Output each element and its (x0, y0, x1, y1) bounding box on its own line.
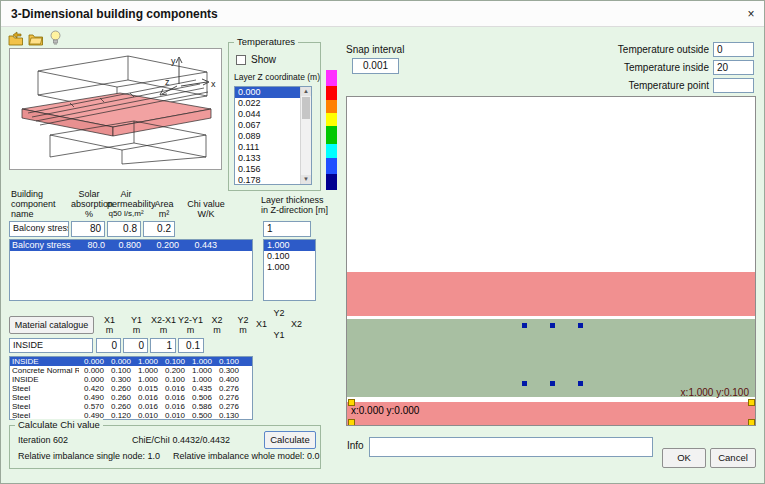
x1-input[interactable]: 0 (96, 338, 121, 353)
show-checkbox-label: Show (251, 54, 276, 65)
list-item[interactable]: 0.000 (235, 87, 300, 98)
list-item[interactable]: 0.100 (264, 251, 315, 262)
list-item[interactable]: 0.022 (235, 98, 300, 109)
header-x2x1: X2-X1m (150, 315, 177, 335)
table-row[interactable]: Steel0.4900.2600.0160.0160.5060.276 (10, 393, 252, 402)
temperature-point-input[interactable] (713, 78, 754, 93)
axis-z-label: z (165, 77, 170, 87)
steel-marker[interactable] (522, 323, 527, 328)
component-table-headers: Buildingcomponentname Solarabsorption% A… (9, 185, 261, 219)
title-bar: 3-Dimensional building components × (1, 1, 765, 27)
header-air-permeability: Airpermeabilityq50 l/s,m² (107, 189, 145, 219)
temperature-scale (326, 70, 337, 190)
scroll-up-icon[interactable]: ▲ (301, 87, 311, 96)
temperature-point-label: Temperature point (599, 80, 709, 91)
page-title: 3-Dimensional building components (11, 7, 218, 21)
imbalance-node-text: Relative imbalance single node: 1.0 (18, 451, 160, 461)
model-3d-preview[interactable]: y x z (9, 48, 222, 170)
chi-result-text: ChiE/ChiI 0.4432/0.4432 (132, 435, 230, 445)
table-row[interactable]: Balcony stress 1m 80.0 0.800 0.200 0.443 (10, 240, 252, 251)
steel-marker[interactable] (578, 323, 583, 328)
material-catalogue-button[interactable]: Material catalogue (9, 316, 94, 334)
component-name-input[interactable]: Balcony stress 1m (9, 221, 69, 237)
info-input[interactable] (369, 437, 653, 457)
materials-grid[interactable]: INSIDE0.0000.0001.0000.1001.0000.100 Con… (9, 356, 253, 420)
snap-interval-label: Snap interval (346, 44, 404, 55)
table-row[interactable]: INSIDE0.0000.3001.0000.1001.0000.400 (10, 375, 252, 384)
list-item[interactable]: 0.089 (235, 131, 300, 142)
table-row[interactable]: Steel0.4200.2600.0150.0160.4350.276 (10, 384, 252, 393)
header-solar-absorption: Solarabsorption% (71, 189, 107, 219)
list-item[interactable]: 0.156 (235, 164, 300, 175)
drawing-canvas[interactable]: x:1.000 y:0.100 x:0.000 y:0.000 (346, 96, 756, 426)
layer-list-scrollbar[interactable]: ▲ ▼ (300, 87, 311, 184)
coordinate-headers: X1m Y1m X2-X1m Y2-Y1m X2m Y2m (96, 307, 256, 335)
axis-x-label: x (211, 79, 216, 89)
temperature-outside-input[interactable]: 0 (713, 42, 754, 57)
area-input[interactable]: 0.2 (143, 221, 175, 237)
import-icon[interactable] (8, 31, 24, 46)
list-item[interactable]: 0.067 (235, 120, 300, 131)
header-y2: Y2m (230, 315, 256, 335)
temperature-outside-label: Temperature outside (599, 44, 709, 55)
list-item[interactable]: 0.111 (235, 142, 300, 153)
temperatures-group: Temperatures Show Layer Z coordinate (m)… (228, 42, 321, 191)
table-row[interactable]: Concrete Normal R...0.0000.1001.0000.200… (10, 366, 252, 375)
layer-thickness-label: Layer thicknessin Z-direction [m] (261, 195, 328, 215)
cancel-button[interactable]: Cancel (710, 448, 756, 468)
iteration-text: Iteration 602 (18, 435, 68, 445)
layer-z-listbox[interactable]: 0.000 0.022 0.044 0.067 0.089 0.111 0.13… (234, 86, 312, 185)
axis-y-label: y (171, 56, 176, 66)
header-chi-value: Chi valueW/K (183, 199, 229, 219)
layer-thickness-input[interactable]: 1 (263, 221, 311, 237)
ok-button[interactable]: OK (662, 448, 706, 468)
coordinate-label-origin: x:0.000 y:0.000 (351, 405, 419, 416)
scrollbar-thumb[interactable] (302, 97, 310, 119)
temperatures-group-label: Temperatures (234, 36, 298, 47)
axis-indicator: y x z (155, 50, 221, 96)
solar-absorption-input[interactable]: 80 (71, 221, 105, 237)
steel-marker[interactable] (550, 323, 555, 328)
temperature-inside-label: Temperature inside (599, 62, 709, 73)
temperature-inside-input[interactable]: 20 (713, 60, 754, 75)
steel-marker[interactable] (578, 381, 583, 386)
header-x1: X1m (96, 315, 123, 335)
imbalance-model-text: Relative imbalance whole model: 0.0 (173, 451, 320, 461)
list-item[interactable]: 0.178 (235, 175, 300, 185)
selection-handle[interactable] (748, 419, 755, 426)
selection-handle[interactable] (348, 419, 355, 426)
y1-input[interactable]: 0 (123, 338, 148, 353)
close-icon[interactable]: × (741, 5, 761, 23)
list-item[interactable]: 0.133 (235, 153, 300, 164)
coordinate-label-right: x:1.000 y:0.100 (681, 387, 749, 398)
material-name-input[interactable]: INSIDE (9, 338, 93, 353)
help-icon[interactable] (49, 30, 62, 46)
dy-input[interactable]: 0.1 (178, 338, 204, 353)
header-y1: Y1m (123, 315, 150, 335)
calculate-group: Calculate Chi value Iteration 602 ChiE/C… (9, 425, 321, 469)
list-item[interactable]: 1.000 (264, 240, 315, 251)
table-row[interactable]: Steel0.5700.2600.0160.0160.5860.276 (10, 402, 252, 411)
folder-icon[interactable] (28, 31, 44, 46)
layer-thickness-listbox[interactable]: 1.000 0.100 1.000 (263, 239, 316, 301)
header-x2: X2m (204, 315, 230, 335)
snap-interval-input[interactable]: 0.001 (352, 58, 399, 74)
dialog-window: 3-Dimensional building components × (0, 0, 765, 484)
table-row[interactable]: INSIDE0.0000.0001.0000.1001.0000.100 (10, 357, 252, 366)
dx-input[interactable]: 1 (150, 338, 176, 353)
info-label: Info (347, 440, 364, 451)
show-checkbox[interactable] (236, 55, 246, 65)
calculate-group-label: Calculate Chi value (15, 419, 103, 430)
component-grid[interactable]: Balcony stress 1m 80.0 0.800 0.200 0.443 (9, 239, 253, 301)
scroll-down-icon[interactable]: ▼ (301, 175, 311, 184)
layer-z-label: Layer Z coordinate (m) (234, 72, 320, 82)
selection-handle[interactable] (748, 399, 755, 406)
calculate-button[interactable]: Calculate (264, 431, 316, 449)
coordinate-legend: Y2 X1X2 Y1 (256, 308, 302, 341)
steel-marker[interactable] (550, 381, 555, 386)
list-item[interactable]: 0.044 (235, 109, 300, 120)
air-permeability-input[interactable]: 0.8 (107, 221, 141, 237)
header-building-component-name: Buildingcomponentname (9, 189, 71, 219)
steel-marker[interactable] (522, 381, 527, 386)
list-item[interactable]: 1.000 (264, 262, 315, 273)
